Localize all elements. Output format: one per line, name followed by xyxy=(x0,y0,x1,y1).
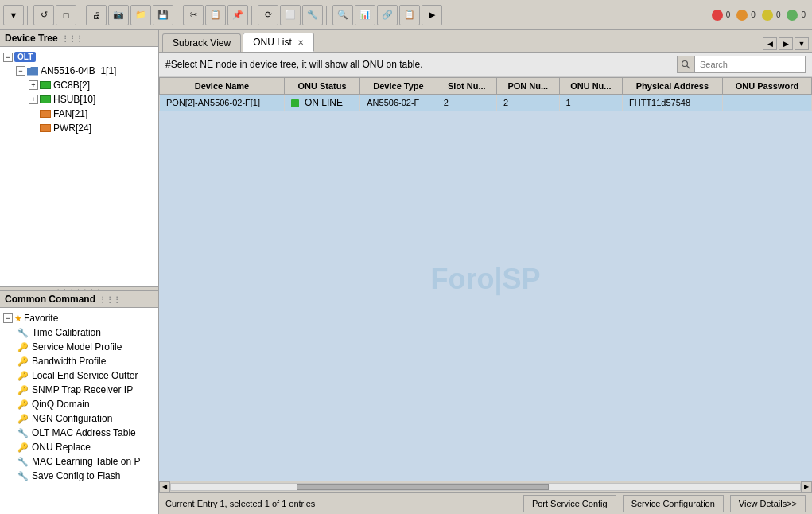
toolbar-btn-search[interactable]: 🔍 xyxy=(332,5,353,25)
cmd-item-qinq[interactable]: 🔑 QinQ Domain xyxy=(0,397,158,411)
cmd-item-service-model[interactable]: 🔑 Service Model Profile xyxy=(0,340,158,354)
tab-subrack-view[interactable]: Subrack View xyxy=(162,33,241,52)
tab-nav-dropdown[interactable]: ▼ xyxy=(795,37,809,50)
tab-navigation: ◀ ▶ ▼ xyxy=(763,37,812,52)
tree-item-hsub[interactable]: + HSUB[10] xyxy=(0,92,158,107)
toolbar-btn-chart[interactable]: 📊 xyxy=(355,5,375,25)
tab-nav-next[interactable]: ▶ xyxy=(779,37,793,50)
col-device-type[interactable]: Device Type xyxy=(360,78,437,95)
toolbar-btn-save[interactable]: 💾 xyxy=(153,5,173,25)
tree-item-favorite[interactable]: − ★ Favorite xyxy=(0,311,158,325)
tree-label-an5516: AN5516-04B_1[1] xyxy=(41,65,116,76)
cmd-item-ngn[interactable]: 🔑 NGN Configuration xyxy=(0,411,158,426)
tab-onu-close-icon[interactable]: ✕ xyxy=(297,38,304,47)
orange-count: 0 xyxy=(751,10,756,19)
device-icon-gc8b xyxy=(40,81,51,89)
table-row[interactable]: PON[2]-AN5506-02-F[1] ON LINE AN5506-02-… xyxy=(160,95,812,111)
expand-icon-gc8b[interactable]: + xyxy=(29,80,38,90)
tab-onu-list[interactable]: ONU List ✕ xyxy=(243,33,314,52)
device-tree-header: Device Tree ⋮⋮⋮ xyxy=(0,30,158,47)
tree-label-pwr: PWR[24] xyxy=(53,123,91,134)
tree-label-fan: FAN[21] xyxy=(53,108,87,119)
cmd-item-mac-learning[interactable]: 🔧 MAC Learning Table on P xyxy=(0,454,158,469)
cmd-item-onu-replace[interactable]: 🔑 ONU Replace xyxy=(0,440,158,454)
toolbar-btn-play[interactable]: ▶ xyxy=(422,5,442,25)
right-panel: Subrack View ONU List ✕ ◀ ▶ ▼ #Select NE… xyxy=(159,30,812,514)
tab-nav-prev[interactable]: ◀ xyxy=(763,37,777,50)
key-icon-local-end: 🔑 xyxy=(17,371,29,381)
service-configuration-button[interactable]: Service Configuration xyxy=(623,495,724,512)
col-slot-num[interactable]: Slot Nu... xyxy=(437,78,496,95)
key-icon-snmp: 🔑 xyxy=(17,385,29,395)
view-details-button[interactable]: View Details>> xyxy=(730,495,806,512)
cmd-label-ngn: NGN Configuration xyxy=(32,413,112,424)
cmd-item-local-end[interactable]: 🔑 Local End Service Outter xyxy=(0,368,158,383)
table-area: Foro|SP Device Name ONU Status Device Ty… xyxy=(159,77,812,481)
col-onu-status[interactable]: ONU Status xyxy=(284,78,359,95)
cmd-item-time-calibration[interactable]: 🔧 Time Calibration xyxy=(0,325,158,340)
toolbar-btn-pin[interactable]: 📌 xyxy=(227,5,248,25)
cell-onu-status-text: ON LINE xyxy=(305,97,343,108)
tree-item-olt[interactable]: − OLT xyxy=(0,50,158,64)
device-tree-resize-dots: ⋮⋮⋮ xyxy=(61,34,83,43)
key-icon-qinq: 🔑 xyxy=(17,399,29,410)
search-input[interactable] xyxy=(694,56,806,73)
col-onu-num[interactable]: ONU Nu... xyxy=(559,78,622,95)
col-onu-password[interactable]: ONU Password xyxy=(722,78,811,95)
tree-item-gc8b[interactable]: + GC8B[2] xyxy=(0,78,158,92)
key-icon-bandwidth: 🔑 xyxy=(17,356,29,367)
common-command-panel: Common Command ⋮⋮⋮ − ★ Favorite 🔧 Time C… xyxy=(0,291,158,514)
tree-item-pwr[interactable]: PWR[24] xyxy=(0,121,158,135)
toolbar-btn-cut[interactable]: ✂ xyxy=(183,5,204,25)
cmd-item-olt-mac[interactable]: 🔧 OLT MAC Address Table xyxy=(0,426,158,440)
toolbar-btn-clipboard[interactable]: 📋 xyxy=(399,5,420,25)
tabs-left: Subrack View ONU List ✕ xyxy=(162,33,316,52)
key-icon-service-model: 🔑 xyxy=(17,342,29,352)
cmd-item-save-config[interactable]: 🔧 Save Config to Flash xyxy=(0,469,158,483)
cell-device-type: AN5506-02-F xyxy=(360,95,437,111)
cmd-item-snmp[interactable]: 🔑 SNMP Trap Receiver IP xyxy=(0,383,158,397)
toolbar-btn-dropdown[interactable]: ▼ xyxy=(3,5,24,25)
search-icon-button[interactable] xyxy=(677,56,694,73)
cmd-label-time-calibration: Time Calibration xyxy=(32,327,101,338)
toolbar-btn-screenshot[interactable]: 📷 xyxy=(108,5,129,25)
tree-item-fan[interactable]: FAN[21] xyxy=(0,107,158,121)
toolbar-btn-stop[interactable]: ⬜ xyxy=(280,5,301,25)
toolbar-btn-refresh[interactable]: ↺ xyxy=(33,5,54,25)
toolbar-btn-reload[interactable]: ⟳ xyxy=(258,5,278,25)
expand-icon-olt[interactable]: − xyxy=(3,53,13,62)
toolbar-btn-copy[interactable]: 📋 xyxy=(205,5,226,25)
port-service-config-button[interactable]: Port Service Config xyxy=(523,495,616,512)
yellow-count: 0 xyxy=(776,10,781,19)
toolbar-btn-settings[interactable]: 🔧 xyxy=(302,5,323,25)
device-icon-hsub xyxy=(40,95,51,103)
tab-bar: Subrack View ONU List ✕ ◀ ▶ ▼ xyxy=(159,30,812,53)
toolbar-btn-print[interactable]: 🖨 xyxy=(86,5,107,25)
toolbar-btn-link[interactable]: 🔗 xyxy=(377,5,398,25)
scroll-right-btn[interactable]: ▶ xyxy=(801,481,812,493)
star-icon: ★ xyxy=(14,313,22,324)
expand-icon-hsub[interactable]: + xyxy=(29,95,38,104)
key-icon-ngn: 🔑 xyxy=(17,414,29,424)
scroll-track[interactable] xyxy=(170,483,801,491)
expand-icon-an5516[interactable]: − xyxy=(16,66,25,76)
green-count: 0 xyxy=(801,10,806,19)
favorite-label: Favorite xyxy=(24,313,58,324)
scroll-thumb[interactable] xyxy=(297,484,548,490)
toolbar-btn-open[interactable]: 📁 xyxy=(130,5,151,25)
expand-icon-favorite[interactable]: − xyxy=(3,313,13,323)
toolbar-btn-window[interactable]: □ xyxy=(56,5,76,25)
col-pon-num[interactable]: PON Nu... xyxy=(496,78,559,95)
col-physical-address[interactable]: Physical Address xyxy=(623,78,723,95)
olt-badge: OLT xyxy=(14,52,36,62)
scroll-left-btn[interactable]: ◀ xyxy=(159,481,170,493)
tree-item-an5516[interactable]: − AN5516-04B_1[1] xyxy=(0,64,158,78)
tree-label-hsub: HSUB[10] xyxy=(53,94,95,105)
cell-device-name: PON[2]-AN5506-02-F[1] xyxy=(160,95,285,111)
cmd-item-bandwidth[interactable]: 🔑 Bandwidth Profile xyxy=(0,354,158,368)
folder-icon-an5516 xyxy=(27,67,38,76)
col-device-name[interactable]: Device Name xyxy=(160,78,285,95)
main-layout: Device Tree ⋮⋮⋮ − OLT − AN5516-04B_1[1] … xyxy=(0,30,812,514)
cell-onu-status: ON LINE xyxy=(284,95,359,111)
cmd-label-mac-learning: MAC Learning Table on P xyxy=(32,456,141,467)
